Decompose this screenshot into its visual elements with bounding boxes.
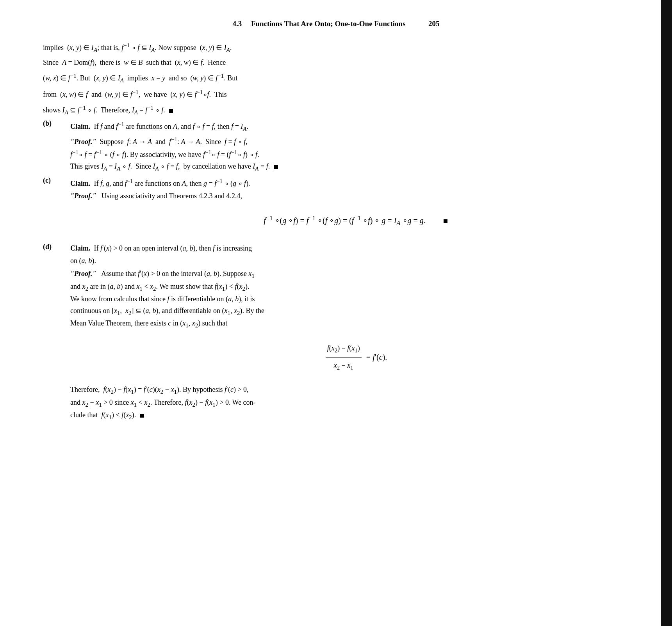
item-d-claim: Claim. If f′(x) > 0 on an open interval … bbox=[70, 243, 641, 254]
right-bar bbox=[661, 0, 672, 626]
page-number: 205 bbox=[428, 20, 440, 28]
claim-word-b: Claim. bbox=[70, 123, 91, 130]
item-d-therefore2: and x2 − x1 > 0 since x1 < x2. Therefore… bbox=[70, 397, 641, 409]
claim-word-d: Claim. bbox=[70, 244, 91, 252]
item-c-content: Claim. If f, g, and f−1 are functions on… bbox=[70, 176, 641, 238]
fraction-row: f(x2) − f(x1) x2 − x1 = f′(c). bbox=[70, 341, 641, 373]
item-d-therefore3: clude that f(x1) < f(x2). bbox=[70, 409, 641, 422]
header-text: 4.3 Functions That Are Onto; One-to-One … bbox=[232, 20, 439, 28]
item-d-proof5: Mean Value Theorem, there exists c in (x… bbox=[70, 318, 641, 330]
qed-square-b bbox=[274, 165, 278, 169]
item-b-proof2: f−1∘ f = f−1 ∘ (f ∘ f). By associativity… bbox=[70, 148, 641, 161]
item-d-content: Claim. If f′(x) > 0 on an open interval … bbox=[70, 243, 641, 422]
intro-line4: from (x, w) ∈ f and (w, y) ∈ f−1, we hav… bbox=[43, 87, 641, 101]
item-c-label: (c) bbox=[43, 176, 70, 185]
intro-line5: shows IA ⊆ f−1 ∘ f. Therefore, IA = f−1 … bbox=[43, 103, 641, 117]
fraction-equals: = f′(c). bbox=[366, 349, 387, 365]
intro-line2: Since A = Dom(f), there is w ∈ B such th… bbox=[43, 57, 641, 69]
item-d-proof3: We know from calculus that since f is di… bbox=[70, 293, 641, 305]
fraction: f(x2) − f(x1) x2 − x1 bbox=[326, 341, 362, 373]
item-c-claim: Claim. If f, g, and f−1 are functions on… bbox=[70, 176, 641, 190]
intro-line3: (w, x) ∈ f−1. But (x, y) ∈ IA implies x … bbox=[43, 71, 641, 85]
item-b-claim: Claim. If f and f−1 are functions on A, … bbox=[70, 119, 641, 133]
item-b-proof3: This gives IA = IA ∘ f. Since IA ∘ f = f… bbox=[70, 161, 641, 173]
claim-word-c: Claim. bbox=[70, 180, 91, 187]
main-content: implies (x, y) ∈ IA; that is, f−1 ∘ f ⊆ … bbox=[43, 41, 641, 422]
display-eq-c: f−1 ∘(g ∘f) = f−1 ∘(f ∘g) = (f−1 ∘f) ∘ g… bbox=[70, 212, 641, 229]
item-b: (b) Claim. If f and f−1 are functions on… bbox=[43, 119, 641, 173]
qed-square-d bbox=[140, 414, 144, 418]
item-d-on-ab: on (a, b). bbox=[70, 255, 641, 267]
section-title: Functions That Are Onto; One-to-One Func… bbox=[251, 20, 406, 28]
item-b-content: Claim. If f and f−1 are functions on A, … bbox=[70, 119, 641, 173]
item-d-therefore1: Therefore, f(x2) − f(x1) = f′(c)(x2 − x1… bbox=[70, 384, 641, 397]
item-b-proof1: "Proof." Suppose f: A → A and f−1: A → A… bbox=[70, 135, 641, 148]
item-c-proof: "Proof." Using associativity and Theorem… bbox=[70, 190, 641, 202]
item-d-proof1: "Proof." Assume that f′(x) > 0 on the in… bbox=[70, 268, 641, 281]
fraction-numerator: f(x2) − f(x1) bbox=[326, 341, 362, 357]
page-header: 4.3 Functions That Are Onto; One-to-One … bbox=[0, 16, 672, 28]
proof-word-b: "Proof." bbox=[70, 138, 96, 146]
section-number: 4.3 bbox=[232, 20, 242, 28]
item-d-proof4: continuous on [x1, x2] ⊆ (a, b), and dif… bbox=[70, 305, 641, 318]
proof-word-c: "Proof." bbox=[70, 192, 96, 200]
fraction-denominator: x2 − x1 bbox=[332, 357, 355, 373]
proof-word-d: "Proof." bbox=[70, 270, 96, 277]
display-eq-d: f(x2) − f(x1) x2 − x1 = f′(c). bbox=[70, 341, 641, 373]
item-d-label: (d) bbox=[43, 243, 70, 251]
item-d: (d) Claim. If f′(x) > 0 on an open inter… bbox=[43, 243, 641, 422]
item-d-proof2: and x2 are in (a, b) and x1 < x2. We mus… bbox=[70, 281, 641, 293]
qed-square-intro bbox=[169, 109, 173, 113]
page: 4.3 Functions That Are Onto; One-to-One … bbox=[0, 0, 672, 626]
intro-paragraph: implies (x, y) ∈ IA; that is, f−1 ∘ f ⊆ … bbox=[43, 41, 641, 55]
item-c: (c) Claim. If f, g, and f−1 are function… bbox=[43, 176, 641, 238]
qed-square-c bbox=[444, 219, 447, 223]
item-b-label: (b) bbox=[43, 119, 70, 128]
